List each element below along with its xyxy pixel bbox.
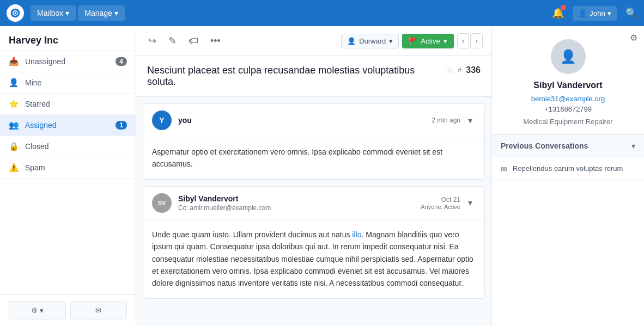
inbox-icon: 📥 xyxy=(9,57,20,66)
message-item: SV Sibyl Vandervort Cc: amir.mueller@exa… xyxy=(143,186,485,299)
message-expand-btn[interactable]: ▾ xyxy=(465,196,476,209)
message-status: Anyone, Active xyxy=(421,204,460,210)
prev-conv-envelope-icon: ✉ xyxy=(501,165,507,174)
status-label: Active xyxy=(421,37,440,45)
prev-conv-text: Repellendus earum voluptas rerum xyxy=(513,164,623,174)
message-body: Aspernatur optio et exercitationem vero … xyxy=(143,137,484,179)
previous-conversations-section: Previous Conversations ✉ Repellendus ear… xyxy=(492,135,644,181)
sidebar-item-spam[interactable]: ⚠️ Spam xyxy=(0,157,136,179)
mailbox-nav-btn[interactable]: Mailbox ▾ xyxy=(31,5,76,21)
unassigned-count: 4 xyxy=(116,57,127,66)
hash-symbol: # xyxy=(458,66,461,74)
message-text-before: Unde quae quam iusto. Ullam provident du… xyxy=(152,230,352,239)
sidebar: Harvey Inc 📥 Unassigned 4 👤 Mine ⭐ Starr… xyxy=(0,26,136,326)
message-avatar: Y xyxy=(152,110,172,130)
prev-conv-item[interactable]: ✉ Repellendus earum voluptas rerum xyxy=(492,157,644,181)
contact-email[interactable]: bernie31@example.org xyxy=(503,95,633,103)
sidebar-item-mine[interactable]: 👤 Mine xyxy=(0,72,136,94)
sidebar-item-label: Closed xyxy=(25,142,127,151)
lock-icon: 🔒 xyxy=(9,142,20,151)
next-conv-btn[interactable]: › xyxy=(470,33,483,48)
sidebar-item-closed[interactable]: 🔒 Closed xyxy=(0,136,136,157)
toolbar-right: 👤 Durward ▾ 🚩 Active ▾ ‹ › xyxy=(341,33,483,48)
assignee-btn[interactable]: 👤 Durward ▾ xyxy=(341,34,399,48)
message-header: Y you 2 min ago ▾ xyxy=(143,104,484,137)
svg-point-2 xyxy=(14,12,16,14)
settings-footer-btn[interactable]: ⚙ ▾ xyxy=(9,302,66,319)
toolbar-left: ↪ ✎ 🏷 ••• xyxy=(145,33,224,49)
search-btn[interactable]: 🔍 xyxy=(625,7,637,19)
star-icon: ⭐ xyxy=(9,99,20,109)
status-btn[interactable]: 🚩 Active ▾ xyxy=(402,34,453,48)
conversation-id: 336 xyxy=(466,65,481,75)
sidebar-item-starred[interactable]: ⭐ Starred xyxy=(0,94,136,115)
message-body: Unde quae quam iusto. Ullam provident du… xyxy=(143,220,484,298)
manage-chevron-icon: ▾ xyxy=(114,9,118,17)
app-logo xyxy=(7,4,24,22)
assigned-count: 1 xyxy=(116,121,127,130)
prev-conv-header[interactable]: Previous Conversations xyxy=(492,135,644,157)
sidebar-item-label: Mine xyxy=(25,78,127,87)
user-menu-btn[interactable]: 👤 John ▾ xyxy=(573,6,617,21)
person-icon: 👤 xyxy=(9,78,20,88)
message-link[interactable]: illo xyxy=(352,230,361,239)
manage-nav-btn[interactable]: Manage ▾ xyxy=(78,5,125,21)
message-meta: Oct 21 Anyone, Active ▾ xyxy=(421,196,476,210)
contact-section: 👤 Sibyl Vandervort bernie31@example.org … xyxy=(492,26,644,135)
contact-section-wrapper: 👤 Sibyl Vandervort bernie31@example.org … xyxy=(492,26,644,135)
edit-btn[interactable]: ✎ xyxy=(165,33,180,49)
contact-name: Sibyl Vandervort xyxy=(503,81,633,90)
message-expand-btn[interactable]: ▾ xyxy=(465,114,476,127)
conversation-content: Nesciunt placeat est culpa recusandae mo… xyxy=(136,56,491,326)
message-time-secondary: Oct 21 Anyone, Active xyxy=(421,196,460,210)
prev-conv-title: Previous Conversations xyxy=(501,142,588,150)
top-navigation: Mailbox ▾ Manage ▾ 🔔 👤 John ▾ 🔍 xyxy=(0,0,644,26)
contact-avatar: 👤 xyxy=(551,39,586,74)
message-text: Aspernatur optio et exercitationem vero … xyxy=(152,146,476,170)
compose-footer-btn[interactable]: ✉ xyxy=(70,302,127,319)
message-text: Unde quae quam iusto. Ullam provident du… xyxy=(152,229,476,290)
flag-icon: 🚩 xyxy=(409,37,417,45)
more-btn[interactable]: ••• xyxy=(207,33,224,49)
user-icon: 👤 xyxy=(578,9,587,17)
message-sender-info: you xyxy=(178,116,432,125)
forward-btn[interactable]: ↪ xyxy=(145,33,160,49)
main-layout: Harvey Inc 📥 Unassigned 4 👤 Mine ⭐ Starr… xyxy=(0,26,644,326)
assignee-label: Durward xyxy=(359,37,386,45)
user-chevron-icon: ▾ xyxy=(607,9,611,17)
notification-btn[interactable]: 🔔 xyxy=(552,7,564,19)
assigned-icon: 👥 xyxy=(9,120,20,130)
message-cc: Cc: amir.mueller@example.com xyxy=(178,204,421,212)
mailbox-chevron-icon: ▾ xyxy=(65,9,69,17)
settings-chevron-icon: ▾ xyxy=(40,306,44,315)
message-time: 2 min ago xyxy=(432,116,460,124)
assignee-chevron-icon: ▾ xyxy=(389,37,393,45)
contact-phone: +13168672799 xyxy=(503,105,633,113)
sidebar-item-assigned[interactable]: 👥 Assigned 1 xyxy=(0,115,136,136)
sidebar-item-label: Spam xyxy=(25,163,127,172)
conversation-title: Nesciunt placeat est culpa recusandae mo… xyxy=(147,65,437,88)
label-btn[interactable]: 🏷 xyxy=(185,33,202,49)
message-avatar: SV xyxy=(152,193,172,213)
conversation-meta: ☆ # 336 xyxy=(446,65,481,75)
edit-icon: ✎ xyxy=(168,35,177,46)
sidebar-item-label: Starred xyxy=(25,100,127,108)
message-header: SV Sibyl Vandervort Cc: amir.mueller@exa… xyxy=(143,187,484,220)
notification-badge xyxy=(561,5,566,10)
mailbox-label: Mailbox xyxy=(37,9,63,17)
sidebar-item-label: Assigned xyxy=(25,121,116,130)
message-sender-name: you xyxy=(178,116,432,125)
contact-settings-btn[interactable]: ⚙ xyxy=(628,30,640,45)
nav-arrows: ‹ › xyxy=(457,33,483,48)
right-panel: 👤 Sibyl Vandervort bernie31@example.org … xyxy=(491,26,644,326)
prev-conv-btn[interactable]: ‹ xyxy=(457,33,470,48)
manage-label: Manage xyxy=(84,9,112,17)
status-chevron-icon: ▾ xyxy=(443,37,447,45)
nav-left: Mailbox ▾ Manage ▾ xyxy=(7,4,125,22)
forward-icon: ↪ xyxy=(148,35,156,46)
sidebar-item-unassigned[interactable]: 📥 Unassigned 4 xyxy=(0,51,136,72)
star-btn[interactable]: ☆ xyxy=(446,65,453,75)
cc-email: amir.mueller@example.com xyxy=(190,204,271,212)
sidebar-company-name: Harvey Inc xyxy=(0,26,136,51)
content-area: ↪ ✎ 🏷 ••• 👤 Durward ▾ 🚩 xyxy=(136,26,491,326)
